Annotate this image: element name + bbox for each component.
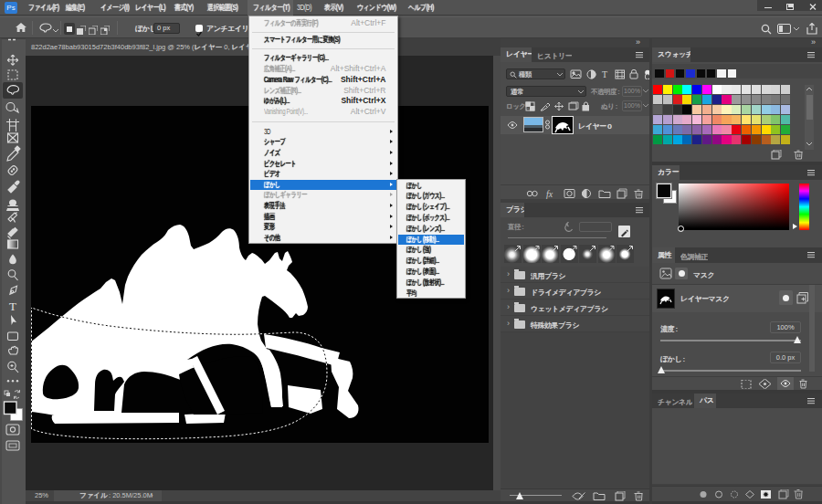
svg-text:T: T [9, 299, 16, 313]
svg-text:T: T [602, 69, 607, 79]
svg-text:fx: fx [546, 189, 553, 199]
